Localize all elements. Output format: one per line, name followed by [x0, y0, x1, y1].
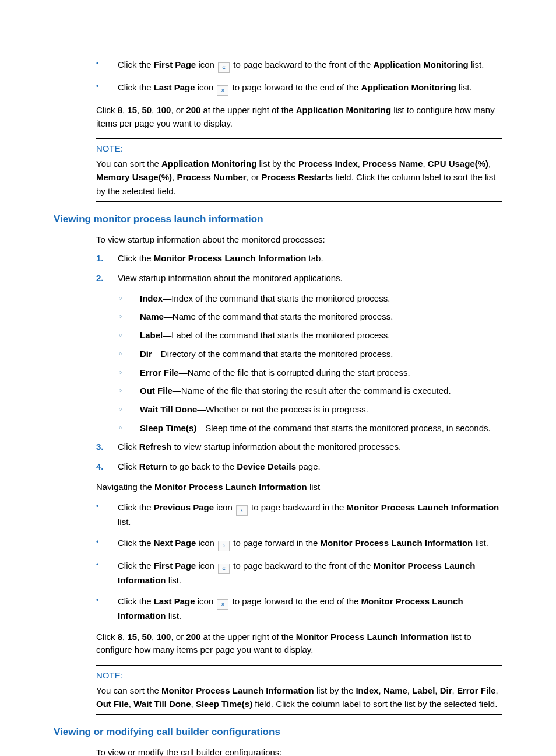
bullet-item: Click the Last Page icon » to page forwa…: [54, 81, 502, 96]
bullet-item: Click the Last Page icon » to page forwa…: [54, 595, 502, 622]
last-page-icon: »: [217, 85, 228, 96]
note-box: NOTE: You can sort the Monitor Process L…: [96, 665, 502, 715]
paragraph: To view or modify the call builder confi…: [54, 746, 502, 756]
field-item: Wait Till Done—Whether or not the proces…: [54, 403, 502, 416]
bullet-item: Click the Previous Page icon ‹ to page b…: [54, 501, 502, 528]
field-item: Error File—Name of the file that is corr…: [54, 366, 502, 379]
previous-page-icon: ‹: [236, 505, 248, 516]
field-item: Name—Name of the command that starts the…: [54, 310, 502, 323]
numbered-step: 2.View startup information about the mon…: [54, 272, 502, 285]
last-page-icon: »: [217, 599, 228, 610]
paragraph: To view startup information about the mo…: [54, 233, 502, 246]
field-item: Index—Index of the command that starts t…: [54, 292, 502, 305]
note-box: NOTE: You can sort the Application Monit…: [96, 138, 502, 202]
paragraph: Click 8, 15, 50, 100, or 200 at the uppe…: [54, 104, 502, 130]
field-item: Out File—Name of the file that storing t…: [54, 384, 502, 397]
step-number: 1.: [96, 252, 104, 265]
numbered-step: 3.Click Refresh to view startup informat…: [54, 440, 502, 454]
step-number: 3.: [96, 440, 104, 454]
step-number: 4.: [96, 460, 104, 474]
note-body: You can sort the Application Monitoring …: [96, 157, 502, 198]
note-body: You can sort the Monitor Process Launch …: [96, 684, 502, 711]
next-page-icon: ›: [218, 541, 230, 551]
paragraph: Click 8, 15, 50, 100, or 200 at the uppe…: [54, 631, 502, 657]
paragraph: Navigating the Monitor Process Launch In…: [54, 481, 502, 494]
field-item: Dir—Directory of the command that starts…: [54, 348, 502, 360]
step-number: 2.: [96, 272, 104, 285]
field-item: Label—Label of the command that starts t…: [54, 329, 502, 342]
numbered-step: 4.Click Return to go back to the Device …: [54, 460, 502, 474]
bullet-item: Click the First Page icon « to page back…: [54, 58, 502, 73]
first-page-icon: «: [218, 62, 230, 73]
numbered-step: 1.Click the Monitor Process Launch Infor…: [54, 252, 502, 265]
section-heading: Viewing or modifying call builder config…: [54, 726, 502, 738]
note-label: NOTE:: [96, 144, 502, 153]
field-item: Sleep Time(s)—Sleep time of the command …: [54, 422, 502, 435]
note-label: NOTE:: [96, 670, 502, 680]
first-page-icon: «: [218, 564, 230, 574]
bullet-item: Click the First Page icon « to page back…: [54, 559, 502, 587]
section-heading: Viewing monitor process launch informati…: [54, 214, 502, 225]
bullet-item: Click the Next Page icon › to page forwa…: [54, 537, 502, 551]
